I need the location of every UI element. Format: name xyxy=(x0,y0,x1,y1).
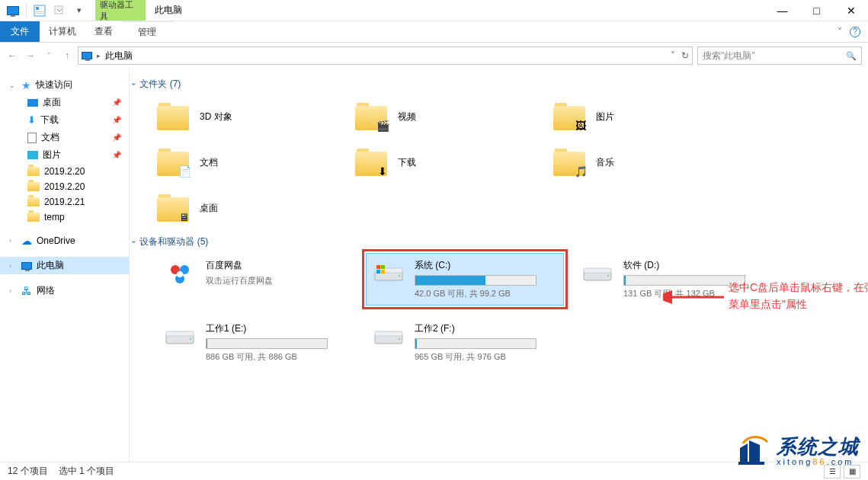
drive-name: 百度网盘 xyxy=(206,259,349,272)
folder-item[interactable]: 🖥 桌面 xyxy=(157,187,348,229)
close-button[interactable]: ✕ xyxy=(834,0,868,21)
main-area: ⌄ ★ 快速访问 桌面 📌 ⬇ 下载 📌 文档 📌 图片 📌 2019.2.20 xyxy=(0,69,868,462)
chevron-down-icon[interactable]: › xyxy=(130,83,138,85)
nav-up-button[interactable]: ↑ xyxy=(61,50,73,61)
svg-rect-17 xyxy=(584,268,611,273)
nav-recent-dropdown[interactable]: ˅ xyxy=(43,52,55,59)
folder-overlay-icon: 🎬 xyxy=(375,118,390,133)
qat-properties-icon[interactable] xyxy=(31,2,48,19)
ribbon-tab-manage[interactable]: 管理 xyxy=(122,21,172,42)
drive-tools-contextual-tab[interactable]: 驱动器工具 xyxy=(95,0,146,21)
folder-item[interactable]: ⬇ 下载 xyxy=(355,141,546,184)
minimize-button[interactable]: — xyxy=(765,0,799,21)
view-details-button[interactable]: ☰ xyxy=(824,465,841,478)
sidebar-item-desktop[interactable]: 桌面 📌 xyxy=(0,94,129,111)
sidebar-onedrive[interactable]: › ☁ OneDrive xyxy=(0,232,129,249)
drive-capacity-text: 886 GB 可用, 共 886 GB xyxy=(206,351,349,363)
folder-icon: ⬇ xyxy=(355,149,387,176)
drive-capacity-bar xyxy=(623,275,745,286)
onedrive-icon: ☁ xyxy=(21,235,32,247)
download-icon: ⬇ xyxy=(27,114,36,126)
file-tab[interactable]: 文件 xyxy=(0,21,40,42)
section-drives-header[interactable]: › 设备和驱动器 (5) xyxy=(133,235,860,248)
folder-label: 文档 xyxy=(200,156,218,169)
breadcrumb-separator-icon[interactable]: ▸ xyxy=(97,52,101,59)
svg-rect-1 xyxy=(36,7,39,10)
drive-item[interactable]: 工作2 (F:) 965 GB 可用, 共 976 GB xyxy=(366,316,564,369)
quick-access-toolbar: ▾ xyxy=(0,2,92,19)
folder-item[interactable]: 📄 文档 xyxy=(157,141,348,184)
folder-item[interactable]: 🎬 视频 xyxy=(355,95,546,138)
expand-icon[interactable]: › xyxy=(9,237,17,245)
sidebar-label: 网络 xyxy=(37,284,55,297)
thispc-icon xyxy=(82,52,92,59)
expand-icon[interactable]: › xyxy=(9,262,17,270)
sidebar-item-label: 2019.2.20 xyxy=(44,166,85,177)
sidebar-network[interactable]: › 🖧 网络 xyxy=(0,282,129,299)
address-dropdown-icon[interactable]: ˅ xyxy=(671,50,675,61)
drive-capacity-text: 965 GB 可用, 共 976 GB xyxy=(415,351,558,363)
drive-capacity-bar xyxy=(206,338,328,349)
folder-item[interactable]: 🖼 图片 xyxy=(553,95,744,138)
drive-capacity-text: 131 GB 可用, 共 132 GB xyxy=(623,288,767,299)
sidebar-this-pc[interactable]: › 此电脑 xyxy=(0,257,129,274)
chevron-down-icon[interactable]: › xyxy=(130,241,138,243)
sidebar-quick-access[interactable]: ⌄ ★ 快速访问 xyxy=(0,76,129,94)
navigation-pane: ⌄ ★ 快速访问 桌面 📌 ⬇ 下载 📌 文档 📌 图片 📌 2019.2.20 xyxy=(0,69,130,462)
section-folders-header[interactable]: › 文件夹 (7) xyxy=(133,78,860,91)
thispc-icon xyxy=(21,262,32,270)
expand-icon[interactable]: › xyxy=(9,287,17,295)
svg-rect-12 xyxy=(376,265,380,269)
folder-item[interactable]: 3D 对象 xyxy=(157,95,348,138)
sidebar-item-folder[interactable]: 2019.2.21 xyxy=(0,194,129,210)
drive-item[interactable]: 软件 (D:) 131 GB 可用, 共 132 GB xyxy=(575,253,773,306)
view-large-icons-button[interactable]: ▦ xyxy=(844,465,860,478)
pin-icon: 📌 xyxy=(112,98,121,107)
qat-dropdown-icon[interactable] xyxy=(51,2,68,19)
sidebar-label: 此电脑 xyxy=(37,259,64,272)
drive-item[interactable]: 系统 (C:) 42.0 GB 可用, 共 99.2 GB xyxy=(366,253,564,306)
window-controls: — □ ✕ xyxy=(765,0,868,21)
section-title: 设备和驱动器 (5) xyxy=(139,235,208,248)
drive-capacity-bar xyxy=(415,338,536,349)
qat-monitor-icon[interactable] xyxy=(5,2,21,19)
maximize-button[interactable]: □ xyxy=(799,0,834,21)
sidebar-item-folder[interactable]: 2019.2.20 xyxy=(0,179,129,194)
qat-overflow[interactable]: ▾ xyxy=(71,2,88,19)
address-refresh-icon[interactable]: ↻ xyxy=(681,50,689,61)
ribbon-help-icon[interactable]: ? xyxy=(850,27,860,37)
sidebar-item-folder[interactable]: temp xyxy=(0,210,129,225)
network-icon: 🖧 xyxy=(21,285,32,297)
folder-icon xyxy=(27,213,40,222)
svg-point-24 xyxy=(399,338,400,340)
folder-item[interactable]: 🎵 音乐 xyxy=(553,141,744,184)
expand-icon[interactable]: ⌄ xyxy=(9,82,17,89)
sidebar-item-documents[interactable]: 文档 📌 xyxy=(0,129,129,146)
ribbon-expand-icon[interactable]: ˅ xyxy=(838,27,842,37)
drive-item[interactable]: 百度网盘 双击运行百度网盘 xyxy=(157,253,355,306)
sidebar-item-pictures[interactable]: 图片 📌 xyxy=(0,146,129,164)
sidebar-item-folder[interactable]: 2019.2.20 xyxy=(0,164,129,179)
svg-rect-14 xyxy=(376,270,380,274)
ribbon-tab-view[interactable]: 查看 xyxy=(85,21,122,42)
content-pane: › 文件夹 (7) 3D 对象 🎬 视频 🖼 图片 📄 文档 ⬇ 下载 xyxy=(130,69,868,462)
folder-overlay-icon: 📄 xyxy=(177,164,192,179)
picture-icon xyxy=(27,151,38,159)
nav-back-button[interactable]: ← xyxy=(6,50,18,61)
drive-item[interactable]: 工作1 (E:) 886 GB 可用, 共 886 GB xyxy=(157,316,355,369)
drive-icon xyxy=(372,259,405,286)
drive-name: 系统 (C:) xyxy=(415,259,558,272)
address-bar[interactable]: ▸ 此电脑 ˅ ↻ xyxy=(78,46,693,65)
sidebar-item-downloads[interactable]: ⬇ 下载 📌 xyxy=(0,111,129,129)
search-icon[interactable]: 🔍 xyxy=(846,51,857,61)
search-box[interactable]: 搜索"此电脑" 🔍 xyxy=(697,46,862,65)
folder-overlay-icon: 🎵 xyxy=(573,164,588,179)
breadcrumb-root[interactable]: 此电脑 xyxy=(105,50,133,62)
ribbon-tab-computer[interactable]: 计算机 xyxy=(40,21,85,42)
folder-icon xyxy=(27,197,40,206)
nav-forward-button[interactable]: → xyxy=(24,50,37,61)
folder-label: 图片 xyxy=(596,110,614,123)
folder-icon: 🖥 xyxy=(157,194,189,222)
sidebar-item-label: 下载 xyxy=(40,114,59,126)
document-icon xyxy=(27,133,37,143)
